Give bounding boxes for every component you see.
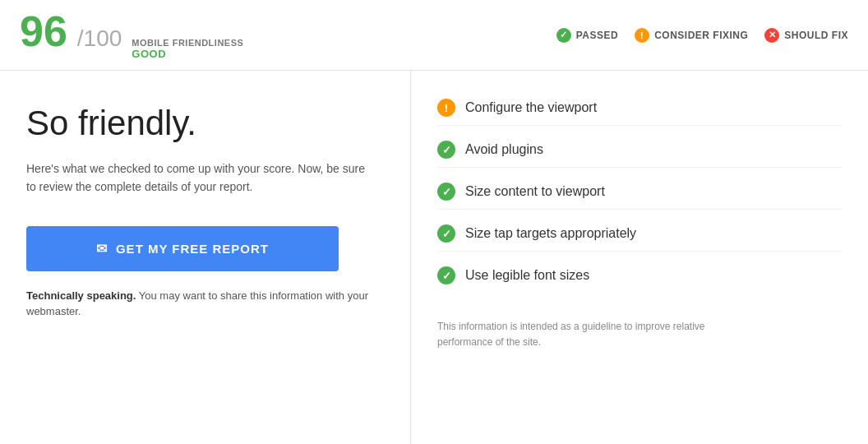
legend-passed: ✓ PASSED [556, 28, 618, 43]
passed-icon: ✓ [556, 28, 571, 43]
green-check-icon-tap: ✓ [437, 224, 455, 243]
score-area: 96 /100 MOBILE FRIENDLINESS GOOD [20, 10, 243, 60]
envelope-icon: ✉ [96, 241, 108, 257]
score-denom: /100 [77, 25, 122, 52]
consider-icon: ! [635, 28, 649, 43]
score-status: GOOD [132, 48, 243, 60]
score-number: 96 [20, 10, 67, 53]
legend-shouldfix: ✕ SHOULD FIX [764, 28, 848, 43]
legend-consider-label: CONSIDER FIXING [654, 30, 748, 41]
legend-consider: ! CONSIDER FIXING [635, 28, 748, 43]
check-label-content: Size content to viewport [465, 184, 605, 199]
check-item-font-sizes: ✓ Use legible font sizes [437, 258, 842, 293]
check-item-plugins: ✓ Avoid plugins [437, 132, 842, 168]
score-title: MOBILE FRIENDLINESS [132, 38, 243, 48]
score-label: MOBILE FRIENDLINESS GOOD [132, 38, 243, 60]
green-check-icon-content: ✓ [437, 183, 455, 201]
left-panel: So friendly. Here's what we checked to c… [0, 71, 411, 444]
check-label-viewport: Configure the viewport [465, 100, 597, 115]
check-label-tap: Size tap targets appropriately [465, 226, 636, 241]
green-check-icon-font: ✓ [437, 266, 455, 284]
right-panel: ! Configure the viewport ✓ Avoid plugins… [411, 71, 868, 444]
shouldfix-icon: ✕ [764, 28, 779, 43]
check-item-viewport: ! Configure the viewport [437, 90, 842, 126]
footer-note: This information is intended as a guidel… [437, 319, 717, 350]
legend: ✓ PASSED ! CONSIDER FIXING ✕ SHOULD FIX [556, 28, 848, 43]
main-content: So friendly. Here's what we checked to c… [0, 71, 868, 444]
friendly-heading: So friendly. [26, 104, 384, 143]
checklist: ! Configure the viewport ✓ Avoid plugins… [437, 90, 842, 293]
legend-shouldfix-label: SHOULD FIX [784, 30, 848, 41]
description-text: Here's what we checked to come up with y… [26, 160, 372, 197]
check-item-tap-targets: ✓ Size tap targets appropriately [437, 216, 842, 252]
check-item-content-size: ✓ Size content to viewport [437, 174, 842, 210]
check-label-plugins: Avoid plugins [465, 142, 543, 157]
header: 96 /100 MOBILE FRIENDLINESS GOOD ✓ PASSE… [0, 0, 868, 71]
technical-bold: Technically speaking. [26, 289, 136, 302]
check-label-font: Use legible font sizes [465, 268, 589, 283]
cta-label: GET MY FREE REPORT [116, 242, 269, 256]
orange-exclamation-icon: ! [437, 99, 455, 117]
technical-note: Technically speaking. You may want to sh… [26, 288, 372, 320]
legend-passed-label: PASSED [576, 30, 618, 41]
get-report-button[interactable]: ✉ GET MY FREE REPORT [26, 226, 339, 271]
green-check-icon-plugins: ✓ [437, 141, 455, 159]
